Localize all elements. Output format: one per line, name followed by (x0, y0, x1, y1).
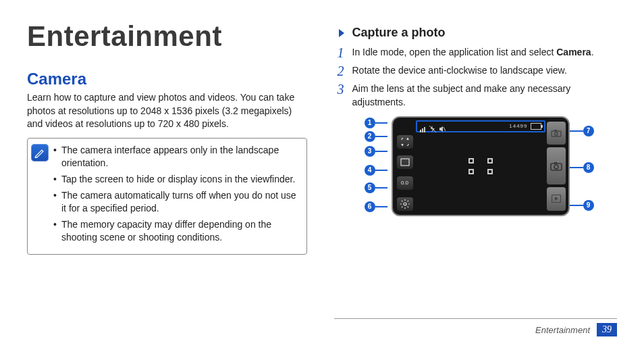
note-box: The camera interface appears only in the… (27, 138, 307, 255)
svg-rect-19 (554, 162, 557, 164)
step-list: 1 In Idle mode, open the application lis… (338, 45, 618, 109)
callout: 9 (568, 200, 594, 211)
callout-number: 6 (365, 201, 375, 212)
step-item: 1 In Idle mode, open the application lis… (338, 45, 618, 59)
step-text: . (591, 47, 594, 57)
camera-intro-text: Learn how to capture and view photos and… (27, 91, 307, 131)
callout-number: 9 (583, 200, 594, 211)
footer-rule (334, 318, 617, 319)
svg-line-13 (407, 201, 408, 201)
camera-status-bar: 14499 (416, 120, 545, 132)
left-column: Entertainment Camera Learn how to captur… (27, 14, 307, 255)
right-column: Capture a photo 1 In Idle mode, open the… (338, 14, 618, 255)
svg-point-6 (404, 203, 406, 205)
note-icon (31, 144, 49, 161)
shots-remaining: 14499 (509, 123, 527, 129)
page-footer: Entertainment 39 (535, 323, 617, 336)
step-text: In Idle mode, open the application list … (352, 47, 557, 57)
footer-section-label: Entertainment (535, 325, 590, 335)
step-text: Aim the lens at the subject and make any… (352, 82, 618, 109)
note-item: The camera automatically turns off when … (53, 189, 300, 216)
subsection-title: Capture a photo (352, 26, 446, 40)
callout-number: 1 (365, 118, 375, 128)
svg-rect-0 (420, 130, 421, 132)
chevron-right-icon (338, 28, 347, 39)
svg-point-20 (554, 165, 558, 169)
callout: 8 (568, 162, 594, 173)
callout: 2 (365, 131, 387, 142)
camera-diagram: 1 2 3 4 5 (365, 114, 594, 222)
step-item: 3 Aim the lens at the subject and make a… (338, 82, 618, 109)
svg-point-17 (554, 132, 557, 135)
svg-line-12 (407, 206, 408, 207)
callout-number: 2 (365, 131, 375, 142)
section-title-camera: Camera (27, 70, 307, 89)
note-item: The memory capacity may differ depending… (53, 218, 300, 245)
step-number: 1 (338, 45, 352, 59)
step-text-bold: Camera (556, 47, 591, 57)
signal-icon (420, 123, 427, 130)
exposure-value-icon: 0.0 (397, 176, 413, 190)
svg-rect-2 (424, 127, 425, 132)
svg-line-3 (429, 126, 436, 132)
callout-number: 4 (365, 165, 375, 176)
svg-rect-5 (401, 159, 409, 166)
note-item: The camera interface appears only in the… (53, 144, 300, 170)
focus-brackets-icon (468, 158, 493, 174)
callout-number: 3 (365, 146, 375, 157)
svg-rect-16 (554, 130, 557, 131)
switch-camera-icon (397, 135, 413, 149)
note-item: Tap the screen to hide or display icons … (53, 173, 300, 186)
svg-line-11 (402, 201, 402, 201)
gallery-play-icon (547, 187, 566, 210)
sound-off-icon (439, 123, 446, 130)
step-number: 2 (338, 64, 352, 78)
shutter-button-icon (547, 147, 566, 184)
svg-line-14 (402, 206, 402, 207)
callout: 7 (568, 126, 594, 136)
chapter-title: Entertainment (27, 20, 307, 53)
svg-line-4 (444, 127, 446, 131)
camera-mode-icon (547, 122, 566, 145)
svg-rect-1 (422, 128, 423, 132)
callout-number: 8 (583, 162, 594, 173)
step-text: Rotate the device anti-clockwise to land… (352, 64, 618, 78)
callout: 4 (365, 165, 387, 176)
callout-number: 7 (583, 126, 594, 136)
callout: 1 (365, 118, 387, 128)
battery-icon (531, 123, 541, 130)
step-item: 2 Rotate the device anti-clockwise to la… (338, 64, 618, 78)
flash-off-icon (429, 123, 436, 130)
callout-number: 5 (365, 182, 375, 193)
page-number: 39 (597, 323, 617, 336)
camera-viewfinder: 14499 0.0 (392, 116, 570, 216)
shooting-mode-icon (397, 155, 413, 169)
callout: 3 (365, 146, 387, 157)
step-number: 3 (338, 82, 352, 109)
callout: 5 (365, 182, 387, 193)
settings-gear-icon (397, 197, 413, 211)
callout: 6 (365, 201, 387, 212)
